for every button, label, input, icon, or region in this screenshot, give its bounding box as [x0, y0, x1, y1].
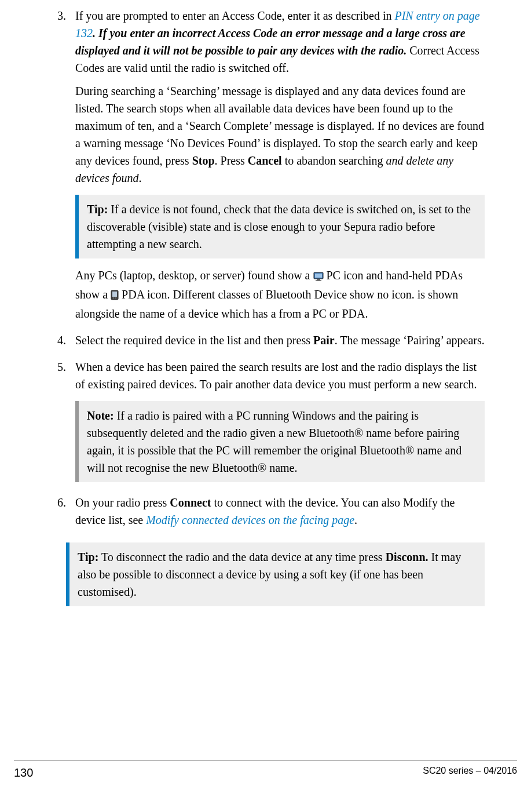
- step-5: 5. When a device has been paired the sea…: [46, 358, 485, 490]
- para: If you are prompted to enter an Access C…: [75, 7, 485, 77]
- step-4: 4. Select the required device in the lis…: [46, 332, 485, 355]
- step-list: 3. If you are prompted to enter an Acces…: [46, 7, 485, 534]
- step-number: 6.: [46, 494, 75, 534]
- tip-label: Tip:: [87, 203, 108, 216]
- text: To disconnect the radio and the data dev…: [98, 551, 385, 563]
- step-number: 3.: [46, 7, 75, 328]
- para: Select the required device in the list a…: [75, 332, 485, 349]
- note-label: Note:: [87, 409, 114, 422]
- tip-callout: Tip: To disconnect the radio and the dat…: [66, 542, 485, 606]
- svg-rect-7: [115, 298, 116, 298]
- note-body: If a radio is paired with a PC running W…: [87, 409, 462, 474]
- para: Any PCs (laptop, desktop, or server) fou…: [75, 267, 485, 322]
- para: On your radio press Connect to connect w…: [75, 494, 485, 529]
- pda-icon: [111, 287, 119, 305]
- text: .: [354, 514, 357, 526]
- step-number: 4.: [46, 332, 75, 355]
- text-bold: Connect: [170, 496, 211, 509]
- tip-label: Tip:: [78, 551, 98, 563]
- text-bold: Pair: [313, 334, 335, 347]
- text: to abandon searching: [282, 154, 386, 167]
- svg-rect-5: [112, 292, 117, 297]
- step-body: On your radio press Connect to connect w…: [75, 494, 485, 534]
- step-body: Select the required device in the list a…: [75, 332, 485, 355]
- text: . The message ‘Pairing’ appears.: [335, 334, 485, 347]
- svg-rect-2: [317, 279, 320, 281]
- step-body: When a device has been paired the search…: [75, 358, 485, 490]
- page-footer: 130 SC20 series – 04/2016: [14, 760, 517, 781]
- text: .: [138, 172, 141, 184]
- tip-callout: Tip: If a device is not found, check tha…: [75, 195, 485, 258]
- step-body: If you are prompted to enter an Access C…: [75, 7, 485, 328]
- pc-icon: [313, 268, 324, 286]
- para: During searching a ‘Searching’ message i…: [75, 82, 485, 187]
- link-modify-connected[interactable]: Modify connected devices on the facing p…: [146, 514, 354, 526]
- tip-body: If a device is not found, check that the…: [87, 203, 471, 250]
- text: Select the required device in the list a…: [75, 334, 313, 347]
- note-callout: Note: If a radio is paired with a PC run…: [75, 401, 485, 482]
- para: When a device has been paired the search…: [75, 358, 485, 393]
- text: Any PCs (laptop, desktop, or server) fou…: [75, 269, 313, 282]
- doc-id: SC20 series – 04/2016: [423, 764, 517, 781]
- text-bold: Stop: [192, 154, 215, 167]
- svg-rect-3: [316, 281, 321, 281]
- text: PDA icon. Different classes of Bluetooth…: [75, 288, 458, 320]
- svg-rect-1: [315, 274, 322, 278]
- step-number: 5.: [46, 358, 75, 490]
- text: . Press: [215, 154, 248, 167]
- step-6: 6. On your radio press Connect to connec…: [46, 494, 485, 534]
- page-content: 3. If you are prompted to enter an Acces…: [0, 0, 531, 788]
- text-bolditalic: .: [93, 27, 98, 39]
- text: If you are prompted to enter an Access C…: [75, 9, 394, 22]
- text: On your radio press: [75, 496, 170, 509]
- text-bold: Cancel: [248, 154, 282, 167]
- page-number: 130: [14, 764, 33, 781]
- text-bold: Disconn.: [386, 551, 429, 563]
- svg-rect-6: [113, 298, 114, 298]
- step-3: 3. If you are prompted to enter an Acces…: [46, 7, 485, 328]
